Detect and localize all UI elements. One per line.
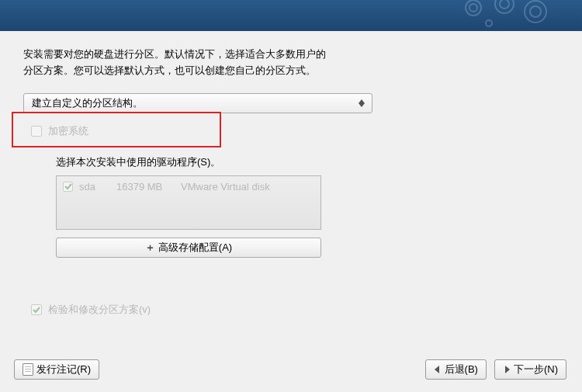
drive-size: 16379 MB (116, 181, 175, 193)
svg-point-0 (466, 0, 481, 16)
drive-item[interactable]: sda 16379 MB VMware Virtual disk (63, 181, 314, 193)
encrypt-system-row: 加密系统 (31, 124, 574, 138)
review-partition-checkbox (31, 304, 42, 315)
svg-point-2 (495, 0, 514, 13)
review-partition-row: 检验和修改分区方案(v) (31, 303, 574, 317)
release-notes-label: 发行注记(R) (36, 363, 91, 376)
drives-section-label: 选择本次安装中使用的驱动程序(S)。 (56, 155, 574, 169)
advanced-storage-button[interactable]: ＋ 高级存储配置(A) (56, 238, 321, 258)
release-notes-button[interactable]: 发行注记(R) (14, 359, 99, 380)
svg-marker-8 (359, 103, 365, 107)
next-label: 下一步(N) (514, 363, 558, 376)
drive-desc: VMware Virtual disk (181, 181, 270, 193)
partition-scheme-select[interactable]: 建立自定义的分区结构。 (23, 93, 372, 113)
svg-point-4 (525, 1, 546, 23)
dropdown-arrows-icon (356, 95, 367, 111)
drives-list[interactable]: sda 16379 MB VMware Virtual disk (56, 175, 321, 230)
partition-scheme-value: 建立自定义的分区结构。 (32, 96, 143, 110)
encrypt-system-checkbox (31, 126, 42, 137)
drive-name: sda (79, 181, 110, 193)
svg-point-5 (530, 6, 541, 17)
arrow-right-icon (503, 366, 511, 373)
advanced-storage-label: 高级存储配置(A) (158, 241, 232, 255)
svg-point-1 (469, 4, 477, 12)
intro-text: 安装需要对您的硬盘进行分区。默认情况下，选择适合大多数用户的 分区方案。您可以选… (23, 47, 574, 79)
back-label: 后退(B) (445, 363, 478, 376)
next-button[interactable]: 下一步(N) (494, 359, 566, 380)
svg-point-6 (486, 20, 492, 26)
notes-icon (23, 363, 33, 376)
svg-marker-9 (435, 366, 439, 373)
back-button[interactable]: 后退(B) (425, 359, 487, 380)
intro-line2: 分区方案。您可以选择默认方式，也可以创建您自己的分区方式。 (23, 63, 574, 79)
encrypt-system-label: 加密系统 (48, 124, 88, 138)
drive-checkbox (63, 182, 73, 192)
review-partition-label: 检验和修改分区方案(v) (48, 303, 151, 317)
svg-point-3 (500, 0, 509, 9)
installer-header (0, 0, 582, 31)
arrow-left-icon (434, 366, 442, 373)
intro-line1: 安装需要对您的硬盘进行分区。默认情况下，选择适合大多数用户的 (23, 47, 574, 63)
header-decoration (450, 0, 559, 35)
svg-marker-10 (505, 366, 510, 373)
plus-icon: ＋ (145, 241, 155, 255)
